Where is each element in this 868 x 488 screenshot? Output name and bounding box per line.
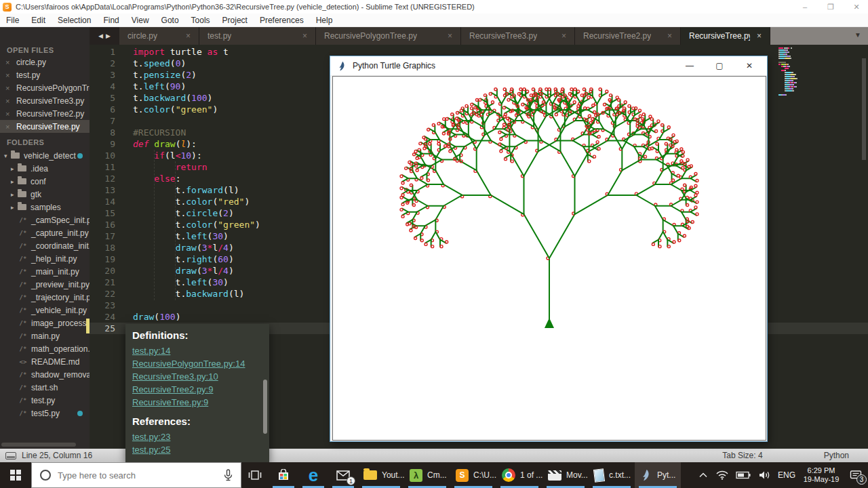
close-file-icon[interactable]: ×: [5, 97, 12, 105]
tree-item-_vehicle_init.py[interactable]: /*_vehicle_init.py: [0, 304, 90, 317]
open-file-RecursiveTree.py[interactable]: ×RecursiveTree.py: [0, 120, 90, 133]
minimap[interactable]: [778, 47, 810, 98]
wifi-indicator[interactable]: [712, 462, 732, 488]
tree-item-_coordinate_init.[interactable]: /*_coordinate_init.: [0, 239, 90, 252]
tree-item-samples[interactable]: ▸samples: [0, 201, 90, 214]
folder-collapsed-icon[interactable]: ▸: [11, 191, 18, 198]
folder-collapsed-icon[interactable]: ▸: [11, 178, 18, 185]
editor-scrollbar[interactable]: [862, 58, 866, 160]
volume-indicator[interactable]: [754, 462, 774, 488]
tree-item-_camSpec_init.py[interactable]: /*_camSpec_init.py: [0, 214, 90, 226]
tree-item-test.py[interactable]: /*test.py: [0, 394, 90, 407]
tree-item-shadow_removal[interactable]: /*shadow_removal: [0, 368, 90, 381]
close-file-icon[interactable]: ×: [5, 84, 12, 92]
turtle-window-titlebar[interactable]: Python Turtle Graphics — ▢ ✕: [330, 56, 767, 75]
tree-item-main.py[interactable]: /*main.py: [0, 329, 90, 342]
open-file-test.py[interactable]: ×test.py: [0, 68, 90, 81]
taskbar-app-C:\U...[interactable]: SC:\U...: [450, 462, 496, 488]
tree-item-.idea[interactable]: ▸.idea: [0, 162, 90, 175]
menu-preferences[interactable]: Preferences: [254, 14, 310, 27]
reference-link-test.py:25[interactable]: test.py:25: [132, 443, 269, 456]
taskbar-app-1 of ...[interactable]: 1 of ...: [496, 462, 542, 488]
tree-item-test5.py[interactable]: /*test5.py: [0, 407, 90, 420]
definition-link-test.py:14[interactable]: test.py:14: [132, 344, 269, 357]
turtle-close-icon[interactable]: ✕: [734, 56, 764, 75]
tree-item-conf[interactable]: ▸conf: [0, 175, 90, 188]
tree-item-gtk[interactable]: ▸gtk: [0, 188, 90, 201]
language-indicator[interactable]: ENG: [774, 462, 799, 488]
open-file-circle.py[interactable]: ×circle.py: [0, 56, 90, 68]
taskbar-search[interactable]: [31, 462, 241, 488]
tab-RecursivePolygonTree.py[interactable]: RecursivePolygonTree.py×: [316, 27, 461, 45]
taskbar-edge-button[interactable]: e: [298, 462, 328, 488]
taskbar-app-Mov...[interactable]: Mov...: [542, 462, 589, 488]
tab-test.py[interactable]: test.py×: [199, 27, 316, 45]
taskbar-app-Cm...[interactable]: λCm...: [404, 462, 450, 488]
tree-item-start.sh[interactable]: /*start.sh: [0, 381, 90, 394]
tree-item-_main_init.py[interactable]: /*_main_init.py: [0, 265, 90, 278]
tree-item-_trajectory_init.p[interactable]: /*_trajectory_init.p: [0, 291, 90, 304]
turtle-minimize-icon[interactable]: —: [675, 56, 705, 75]
tree-item-_preview_init.py[interactable]: /*_preview_init.py: [0, 278, 90, 291]
sidebar-horizontal-scrollbar[interactable]: [1, 443, 76, 447]
clock[interactable]: 6:29 PM 19-May-19: [799, 462, 844, 488]
microphone-icon[interactable]: [224, 469, 233, 482]
menu-help[interactable]: Help: [310, 14, 339, 27]
menu-file[interactable]: File: [0, 14, 25, 27]
tree-item-_capture_init.py[interactable]: /*_capture_init.py: [0, 226, 90, 239]
task-view-button[interactable]: [241, 462, 269, 488]
tab-scroll-right-icon[interactable]: ▶: [106, 33, 111, 39]
popup-scrollbar[interactable]: [263, 380, 267, 434]
taskbar-app-c.txt...[interactable]: c.txt...: [589, 462, 635, 488]
menu-project[interactable]: Project: [216, 14, 254, 27]
definition-link-RecursiveTree.py:9[interactable]: RecursiveTree.py:9: [132, 396, 269, 409]
tab-size-indicator[interactable]: Tab Size: 4: [722, 451, 762, 460]
definition-link-RecursivePolygonTree.py:14[interactable]: RecursivePolygonTree.py:14: [132, 357, 269, 370]
close-tab-icon[interactable]: ×: [667, 31, 672, 41]
menu-find[interactable]: Find: [97, 14, 125, 27]
start-button[interactable]: [0, 462, 31, 488]
menu-edit[interactable]: Edit: [25, 14, 52, 27]
search-input[interactable]: [58, 470, 224, 481]
folder-collapsed-icon[interactable]: ▸: [11, 204, 18, 211]
tree-item-README.md[interactable]: <>README.md: [0, 355, 90, 368]
tree-item-math_operation.[interactable]: /*math_operation.: [0, 342, 90, 355]
taskbar-store-button[interactable]: [269, 462, 298, 488]
menu-selection[interactable]: Selection: [52, 14, 97, 27]
menu-tools[interactable]: Tools: [185, 14, 216, 27]
menu-goto[interactable]: Goto: [155, 14, 185, 27]
tab-RecursiveTree2.py[interactable]: RecursiveTree2.py×: [575, 27, 681, 45]
close-file-icon[interactable]: ×: [5, 123, 12, 131]
menu-view[interactable]: View: [125, 14, 155, 27]
tree-item-_help_init.py[interactable]: /*_help_init.py: [0, 252, 90, 265]
open-file-RecursiveTree2.py[interactable]: ×RecursiveTree2.py: [0, 107, 90, 120]
definition-link-RecursiveTree2.py:9[interactable]: RecursiveTree2.py:9: [132, 383, 269, 396]
maximize-icon[interactable]: ❐: [821, 0, 841, 14]
close-icon[interactable]: ✕: [846, 0, 867, 14]
definition-link-RecursiveTree3.py:10[interactable]: RecursiveTree3.py:10: [132, 370, 269, 383]
close-file-icon[interactable]: ×: [5, 71, 12, 79]
tree-item-image_processin[interactable]: /*image_processin: [0, 317, 90, 329]
tab-RecursiveTree.py[interactable]: RecursiveTree.py×: [681, 27, 770, 45]
reference-link-test.py:23[interactable]: test.py:23: [132, 430, 269, 443]
folder-expanded-icon[interactable]: ▾: [4, 152, 11, 159]
tab-RecursiveTree3.py[interactable]: RecursiveTree3.py×: [461, 27, 575, 45]
open-file-RecursivePolygonTree.[interactable]: ×RecursivePolygonTree.: [0, 81, 90, 94]
tab-scroll-left-icon[interactable]: ◀: [98, 33, 103, 39]
close-tab-icon[interactable]: ×: [448, 31, 452, 41]
close-file-icon[interactable]: ×: [5, 58, 12, 66]
taskbar-app-Pyt...[interactable]: Pyt...: [635, 462, 681, 488]
tab-circle.py[interactable]: circle.py×: [119, 27, 199, 45]
turtle-maximize-icon[interactable]: ▢: [705, 56, 734, 75]
minimize-icon[interactable]: –: [795, 0, 815, 14]
status-panel-icon[interactable]: [5, 452, 16, 460]
battery-indicator[interactable]: [732, 462, 754, 488]
close-file-icon[interactable]: ×: [5, 110, 12, 118]
open-file-RecursiveTree3.py[interactable]: ×RecursiveTree3.py: [0, 94, 90, 107]
tab-list-dropdown-icon[interactable]: ▼: [854, 31, 861, 39]
tree-item-vehicle_detect[interactable]: ▾vehicle_detect: [0, 149, 90, 162]
tray-expand-button[interactable]: [694, 462, 712, 488]
action-center-button[interactable]: 3: [844, 462, 868, 488]
syntax-indicator[interactable]: Python: [824, 451, 849, 460]
close-tab-icon[interactable]: ×: [186, 31, 191, 41]
